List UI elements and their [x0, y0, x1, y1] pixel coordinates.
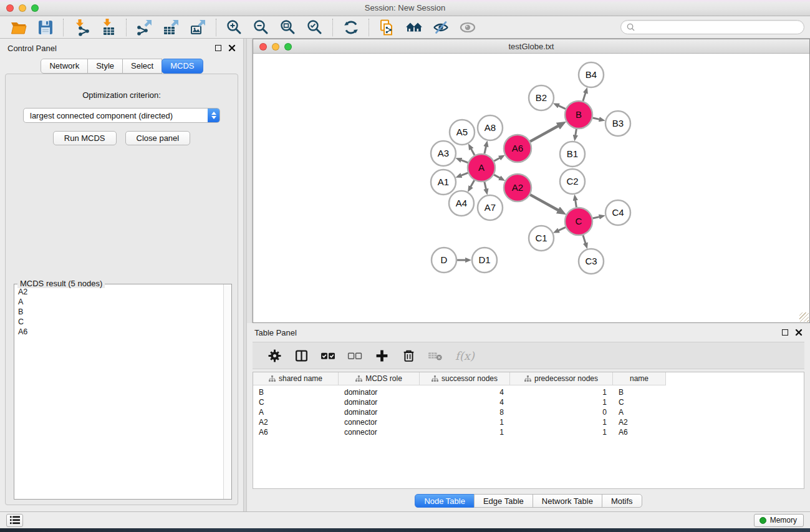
cell-predecessor-nodes[interactable]: 1 [510, 428, 613, 437]
open-file-button[interactable] [5, 17, 32, 37]
search-input[interactable] [638, 23, 798, 32]
column-header-mcds-role[interactable]: MCDS role [339, 372, 420, 385]
cell-predecessor-nodes[interactable]: 1 [510, 418, 613, 427]
graph-edge-A2-C[interactable] [530, 195, 559, 210]
cell-successor-nodes[interactable]: 4 [420, 398, 510, 407]
control-tab-mcds[interactable]: MCDS [162, 59, 203, 74]
column-header-name[interactable]: name [613, 372, 666, 385]
table-tab-edge-table[interactable]: Edge Table [474, 494, 533, 508]
cell-shared-name[interactable]: A [253, 408, 339, 417]
control-tab-style[interactable]: Style [87, 59, 123, 74]
graph-edge-B-B2[interactable] [559, 105, 566, 109]
import-table-from-file-button[interactable] [95, 17, 122, 37]
resize-grip[interactable] [799, 312, 809, 322]
cell-name[interactable]: A6 [613, 428, 666, 437]
cell-name[interactable]: A2 [613, 418, 666, 427]
graph-edge-C-C2[interactable] [576, 200, 577, 207]
export-network-button[interactable] [131, 17, 158, 37]
zoom-fit-button[interactable] [274, 17, 301, 37]
close-window-button[interactable] [6, 4, 14, 12]
save-session-button[interactable] [32, 17, 59, 37]
duplicate-network-button[interactable] [374, 17, 400, 37]
mcds-result-item-c[interactable]: C [16, 317, 223, 327]
table-row-a[interactable]: Adominator80A [253, 407, 804, 417]
zoom-selected-button[interactable] [301, 17, 328, 37]
table-row-b[interactable]: Bdominator41B [253, 387, 804, 397]
graph-edge-A-A5[interactable] [471, 149, 475, 155]
table-row-c[interactable]: Cdominator41C [253, 397, 804, 407]
control-tab-network[interactable]: Network [41, 59, 88, 74]
graph-edge-A-A1[interactable] [461, 173, 468, 175]
cell-shared-name[interactable]: A2 [253, 418, 339, 427]
apply-layout-button[interactable] [337, 17, 364, 37]
delete-table-button[interactable] [427, 347, 443, 364]
graph-edge-B-B3[interactable] [593, 118, 600, 119]
close-panel-button[interactable]: Close panel [125, 131, 191, 145]
run-mcds-button[interactable]: Run MCDS [53, 131, 117, 145]
search-field[interactable] [620, 20, 804, 34]
graph-edge-C-C1[interactable] [559, 227, 566, 230]
graph-edge-A-A7[interactable] [485, 182, 486, 190]
table-options-button[interactable] [266, 347, 282, 364]
zoom-window-button[interactable] [31, 4, 39, 12]
graph-edge-A-A8[interactable] [485, 147, 486, 154]
mcds-result-item-a2[interactable]: A2 [16, 287, 223, 297]
export-table-button[interactable] [158, 17, 185, 37]
result-scrollbar[interactable] [223, 284, 231, 499]
cell-mcds-role[interactable]: connector [339, 418, 420, 427]
cell-mcds-role[interactable]: dominator [339, 388, 420, 397]
table-row-a2[interactable]: A2connector11A2 [253, 417, 804, 427]
column-header-shared-name[interactable]: shared name [253, 372, 339, 385]
mcds-result-item-a6[interactable]: A6 [16, 327, 223, 337]
network-close-button[interactable] [259, 43, 267, 51]
cell-predecessor-nodes[interactable]: 1 [510, 388, 613, 397]
close-table-panel-icon[interactable] [795, 329, 803, 336]
table-tab-motifs[interactable]: Motifs [602, 494, 642, 508]
cell-successor-nodes[interactable]: 1 [420, 428, 510, 437]
cell-successor-nodes[interactable]: 8 [420, 408, 510, 417]
delete-columns-button[interactable] [400, 347, 417, 364]
table-tab-network-table[interactable]: Network Table [533, 494, 602, 508]
import-network-from-file-button[interactable] [68, 17, 95, 37]
show-hidden-panels-button[interactable] [6, 514, 23, 527]
graph-edge-A-A2[interactable] [494, 175, 500, 178]
cell-successor-nodes[interactable]: 4 [420, 388, 510, 397]
memory-button[interactable]: Memory [754, 514, 804, 527]
cell-shared-name[interactable]: B [253, 388, 339, 397]
graph-edge-C-C4[interactable] [593, 217, 600, 218]
cell-shared-name[interactable]: C [253, 398, 339, 407]
cell-name[interactable]: A [613, 408, 666, 417]
graph-edge-B-B4[interactable] [583, 93, 586, 101]
float-table-panel-icon[interactable] [782, 329, 788, 336]
cell-predecessor-nodes[interactable]: 0 [510, 408, 613, 417]
graph-edge-A-A4[interactable] [471, 180, 475, 187]
cell-mcds-role[interactable]: connector [339, 428, 420, 437]
cell-name[interactable]: B [613, 388, 666, 397]
network-canvas[interactable]: B4B2BB3A5A8A6B1A3AC2A1A2A4A7C4CC1C3DD1 [253, 54, 809, 322]
cell-successor-nodes[interactable]: 1 [420, 418, 510, 427]
graph-edge-C-C3[interactable] [583, 235, 586, 243]
network-minimize-button[interactable] [272, 43, 279, 51]
graph-edge-A6-B[interactable] [530, 126, 559, 142]
float-panel-icon[interactable] [215, 45, 221, 51]
show-all-button[interactable] [454, 17, 481, 37]
zoom-in-button[interactable] [221, 17, 248, 37]
cell-predecessor-nodes[interactable]: 1 [510, 398, 613, 407]
column-chooser-button[interactable] [293, 347, 309, 364]
cell-shared-name[interactable]: A6 [253, 428, 339, 437]
network-zoom-button[interactable] [284, 43, 292, 51]
first-neighbors-button[interactable] [400, 17, 427, 37]
table-tab-node-table[interactable]: Node Table [415, 494, 475, 508]
cell-mcds-role[interactable]: dominator [339, 408, 420, 417]
select-all-columns-button[interactable] [320, 347, 336, 364]
hide-selected-button[interactable] [427, 17, 454, 37]
minimize-window-button[interactable] [19, 4, 26, 12]
export-image-button[interactable] [185, 17, 211, 37]
deselect-all-columns-button[interactable] [347, 347, 363, 364]
graph-edge-A-A6[interactable] [494, 158, 499, 161]
mcds-result-item-a[interactable]: A [16, 297, 223, 307]
network-window-titlebar[interactable]: testGlobe.txt [253, 39, 809, 54]
table-row-a6[interactable]: A6connector11A6 [253, 427, 804, 437]
column-header-predecessor-nodes[interactable]: predecessor nodes [510, 372, 613, 385]
close-panel-icon[interactable] [228, 44, 236, 52]
